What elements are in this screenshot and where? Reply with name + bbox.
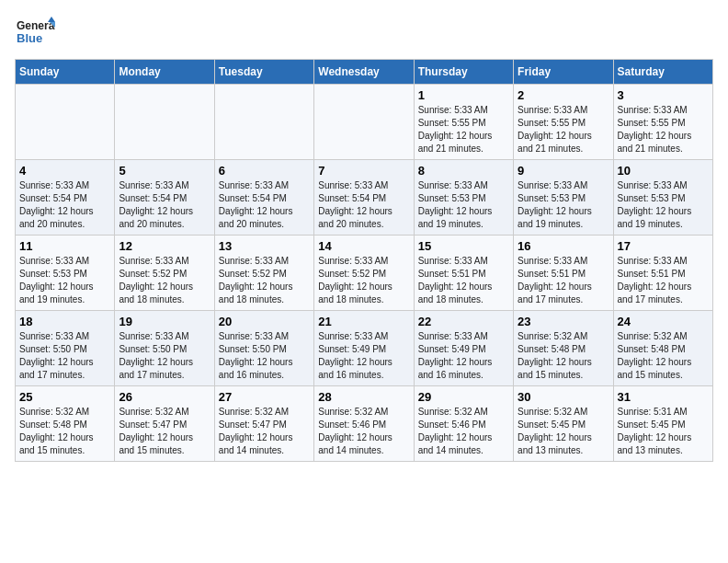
day-number: 13 <box>219 239 310 253</box>
day-info: Sunrise: 5:33 AM Sunset: 5:50 PM Dayligh… <box>219 330 310 382</box>
day-header-thursday: Thursday <box>414 60 513 85</box>
day-cell: 12Sunrise: 5:33 AM Sunset: 5:52 PM Dayli… <box>115 236 214 311</box>
day-cell: 30Sunrise: 5:32 AM Sunset: 5:45 PM Dayli… <box>514 386 613 462</box>
day-number: 17 <box>618 239 709 253</box>
day-number: 20 <box>219 315 310 328</box>
day-number: 24 <box>618 315 709 328</box>
day-info: Sunrise: 5:33 AM Sunset: 5:51 PM Dayligh… <box>618 255 709 306</box>
day-number: 23 <box>518 315 609 328</box>
day-header-sunday: Sunday <box>16 60 115 85</box>
day-number: 2 <box>518 88 609 102</box>
day-cell: 28Sunrise: 5:32 AM Sunset: 5:46 PM Dayli… <box>314 386 414 462</box>
day-info: Sunrise: 5:33 AM Sunset: 5:55 PM Dayligh… <box>618 104 709 155</box>
day-info: Sunrise: 5:33 AM Sunset: 5:53 PM Dayligh… <box>618 179 709 231</box>
day-number: 16 <box>518 239 609 253</box>
day-number: 12 <box>119 239 210 253</box>
week-row-2: 4Sunrise: 5:33 AM Sunset: 5:54 PM Daylig… <box>16 160 713 236</box>
calendar-body: 1Sunrise: 5:33 AM Sunset: 5:55 PM Daylig… <box>16 85 713 462</box>
day-info: Sunrise: 5:32 AM Sunset: 5:46 PM Dayligh… <box>418 406 509 457</box>
day-number: 5 <box>119 164 210 178</box>
day-cell <box>314 85 414 160</box>
day-cell: 17Sunrise: 5:33 AM Sunset: 5:51 PM Dayli… <box>613 236 712 311</box>
day-number: 27 <box>219 390 310 404</box>
day-cell <box>16 85 115 160</box>
day-number: 31 <box>618 390 709 404</box>
day-cell: 1Sunrise: 5:33 AM Sunset: 5:55 PM Daylig… <box>414 85 513 160</box>
day-number: 19 <box>119 315 210 328</box>
day-number: 7 <box>318 164 409 178</box>
day-cell: 3Sunrise: 5:33 AM Sunset: 5:55 PM Daylig… <box>613 85 712 160</box>
day-cell: 4Sunrise: 5:33 AM Sunset: 5:54 PM Daylig… <box>16 160 115 236</box>
day-info: Sunrise: 5:33 AM Sunset: 5:54 PM Dayligh… <box>318 179 409 231</box>
day-info: Sunrise: 5:33 AM Sunset: 5:54 PM Dayligh… <box>119 179 210 231</box>
day-info: Sunrise: 5:33 AM Sunset: 5:52 PM Dayligh… <box>318 255 409 306</box>
day-number: 14 <box>318 239 409 253</box>
day-cell: 22Sunrise: 5:33 AM Sunset: 5:49 PM Dayli… <box>414 311 513 386</box>
day-info: Sunrise: 5:32 AM Sunset: 5:45 PM Dayligh… <box>518 406 609 457</box>
day-info: Sunrise: 5:32 AM Sunset: 5:46 PM Dayligh… <box>318 406 409 457</box>
day-cell: 27Sunrise: 5:32 AM Sunset: 5:47 PM Dayli… <box>214 386 313 462</box>
day-cell: 9Sunrise: 5:33 AM Sunset: 5:53 PM Daylig… <box>514 160 613 236</box>
day-cell: 13Sunrise: 5:33 AM Sunset: 5:52 PM Dayli… <box>214 236 313 311</box>
day-cell: 2Sunrise: 5:33 AM Sunset: 5:55 PM Daylig… <box>514 85 613 160</box>
day-cell: 19Sunrise: 5:33 AM Sunset: 5:50 PM Dayli… <box>115 311 214 386</box>
day-header-tuesday: Tuesday <box>214 60 313 85</box>
day-cell: 15Sunrise: 5:33 AM Sunset: 5:51 PM Dayli… <box>414 236 513 311</box>
day-cell: 24Sunrise: 5:32 AM Sunset: 5:48 PM Dayli… <box>613 311 712 386</box>
day-number: 15 <box>418 239 509 253</box>
day-info: Sunrise: 5:32 AM Sunset: 5:48 PM Dayligh… <box>19 406 110 457</box>
day-cell: 29Sunrise: 5:32 AM Sunset: 5:46 PM Dayli… <box>414 386 513 462</box>
day-number: 3 <box>618 88 709 102</box>
day-info: Sunrise: 5:33 AM Sunset: 5:55 PM Dayligh… <box>518 104 609 155</box>
day-cell <box>115 85 214 160</box>
day-number: 8 <box>418 164 509 178</box>
week-row-4: 18Sunrise: 5:33 AM Sunset: 5:50 PM Dayli… <box>16 311 713 386</box>
day-info: Sunrise: 5:31 AM Sunset: 5:45 PM Dayligh… <box>618 406 709 457</box>
day-cell: 8Sunrise: 5:33 AM Sunset: 5:53 PM Daylig… <box>414 160 513 236</box>
day-cell <box>214 85 313 160</box>
day-cell: 14Sunrise: 5:33 AM Sunset: 5:52 PM Dayli… <box>314 236 414 311</box>
day-info: Sunrise: 5:33 AM Sunset: 5:52 PM Dayligh… <box>119 255 210 306</box>
day-number: 25 <box>19 390 110 404</box>
calendar-table: SundayMondayTuesdayWednesdayThursdayFrid… <box>15 59 713 462</box>
day-info: Sunrise: 5:33 AM Sunset: 5:53 PM Dayligh… <box>518 179 609 231</box>
day-info: Sunrise: 5:32 AM Sunset: 5:48 PM Dayligh… <box>518 330 609 382</box>
day-cell: 11Sunrise: 5:33 AM Sunset: 5:53 PM Dayli… <box>16 236 115 311</box>
day-number: 26 <box>119 390 210 404</box>
day-number: 28 <box>318 390 409 404</box>
day-cell: 6Sunrise: 5:33 AM Sunset: 5:54 PM Daylig… <box>214 160 313 236</box>
day-header-friday: Friday <box>514 60 613 85</box>
days-header-row: SundayMondayTuesdayWednesdayThursdayFrid… <box>16 60 713 85</box>
week-row-3: 11Sunrise: 5:33 AM Sunset: 5:53 PM Dayli… <box>16 236 713 311</box>
day-number: 9 <box>518 164 609 178</box>
day-number: 29 <box>418 390 509 404</box>
day-cell: 31Sunrise: 5:31 AM Sunset: 5:45 PM Dayli… <box>613 386 712 462</box>
day-number: 10 <box>618 164 709 178</box>
day-number: 11 <box>19 239 110 253</box>
day-number: 4 <box>19 164 110 178</box>
day-cell: 21Sunrise: 5:33 AM Sunset: 5:49 PM Dayli… <box>314 311 414 386</box>
day-info: Sunrise: 5:33 AM Sunset: 5:52 PM Dayligh… <box>219 255 310 306</box>
day-cell: 7Sunrise: 5:33 AM Sunset: 5:54 PM Daylig… <box>314 160 414 236</box>
day-info: Sunrise: 5:33 AM Sunset: 5:51 PM Dayligh… <box>418 255 509 306</box>
day-info: Sunrise: 5:33 AM Sunset: 5:51 PM Dayligh… <box>518 255 609 306</box>
day-header-saturday: Saturday <box>613 60 712 85</box>
day-info: Sunrise: 5:33 AM Sunset: 5:49 PM Dayligh… <box>418 330 509 382</box>
week-row-1: 1Sunrise: 5:33 AM Sunset: 5:55 PM Daylig… <box>16 85 713 160</box>
week-row-5: 25Sunrise: 5:32 AM Sunset: 5:48 PM Dayli… <box>16 386 713 462</box>
day-info: Sunrise: 5:32 AM Sunset: 5:48 PM Dayligh… <box>618 330 709 382</box>
day-info: Sunrise: 5:33 AM Sunset: 5:54 PM Dayligh… <box>219 179 310 231</box>
day-cell: 5Sunrise: 5:33 AM Sunset: 5:54 PM Daylig… <box>115 160 214 236</box>
day-info: Sunrise: 5:33 AM Sunset: 5:55 PM Dayligh… <box>418 104 509 155</box>
page-header: General Blue <box>15 15 713 48</box>
logo-icon: General Blue <box>15 15 55 48</box>
day-info: Sunrise: 5:32 AM Sunset: 5:47 PM Dayligh… <box>219 406 310 457</box>
day-cell: 18Sunrise: 5:33 AM Sunset: 5:50 PM Dayli… <box>16 311 115 386</box>
day-info: Sunrise: 5:33 AM Sunset: 5:53 PM Dayligh… <box>19 255 110 306</box>
svg-text:Blue: Blue <box>17 31 42 45</box>
day-cell: 16Sunrise: 5:33 AM Sunset: 5:51 PM Dayli… <box>514 236 613 311</box>
day-number: 1 <box>418 88 509 102</box>
day-cell: 20Sunrise: 5:33 AM Sunset: 5:50 PM Dayli… <box>214 311 313 386</box>
day-header-wednesday: Wednesday <box>314 60 414 85</box>
day-number: 22 <box>418 315 509 328</box>
